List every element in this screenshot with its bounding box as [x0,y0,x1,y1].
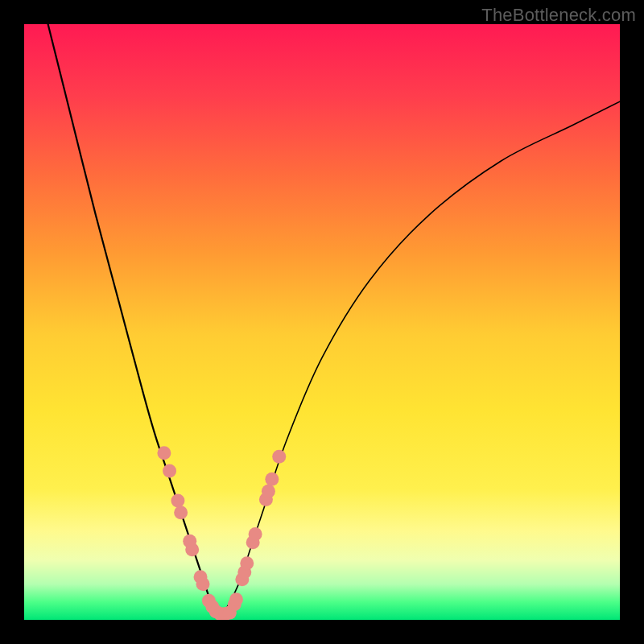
marker-dot [262,485,275,498]
marker-dot [157,446,171,460]
marker-dot [163,464,176,478]
marker-dot [249,527,262,541]
plot-area [24,24,620,620]
marker-dot [174,506,188,519]
marker-dot [196,577,210,591]
marker-group [157,446,286,620]
marker-dot [229,592,243,606]
marker-dot [171,494,184,508]
marker-dot [240,556,254,570]
left-curve [48,24,221,614]
marker-dot [185,543,199,556]
marker-dot [265,473,279,486]
marker-dot [272,450,286,464]
chart-svg [24,24,620,620]
right-curve [221,101,620,613]
attribution-text: TheBottleneck.com [481,5,636,26]
chart-frame: TheBottleneck.com [0,0,644,644]
